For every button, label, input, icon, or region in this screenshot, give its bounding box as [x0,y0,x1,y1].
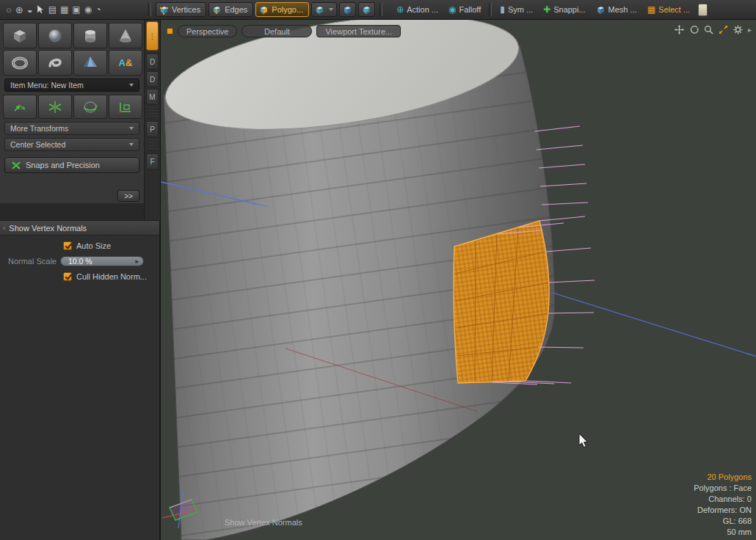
tool-properties-panel: ‹ Show Vertex Normals Auto Size Normal S… [0,220,160,540]
item-menu-dropdown[interactable]: Item Menu: New Item [4,79,139,92]
symmetry-tool[interactable]: ▮ Sym ... [495,1,538,18]
collapse-chevron-icon: ‹ [3,224,5,232]
info-row: GL: 668 [694,516,752,527]
split-panes-icon[interactable]: ▤ [48,5,57,14]
slider-arrow-icon: ▸ [135,258,139,265]
mode-vertices-button[interactable]: Vertices [156,2,206,17]
snapping-icon: ✚ [543,5,550,14]
pan-icon[interactable] [675,25,684,34]
center-selected-label: Center Selected [10,140,65,149]
shading-mode-pill[interactable]: Default [241,25,312,37]
cull-hidden-checkbox[interactable] [63,272,72,281]
torus-icon [11,55,29,71]
center-cube-icon [362,5,371,15]
vertical-tab-p[interactable]: P [146,121,159,137]
mode-dropdown-button[interactable] [311,2,337,17]
torus-primitive-button[interactable] [3,50,37,76]
rotate-view-icon[interactable] [689,25,699,34]
action-center-icon: ⊕ [396,5,404,14]
selected-polygons[interactable] [454,221,549,383]
cube-icon [11,28,29,44]
gear-icon[interactable] [733,25,743,34]
viewport-info-readout: 20 Polygons Polygons : Face Channels: 0 … [694,472,752,538]
viewport-style-icons: ○ ⊕ ◒ ▤ ▦ ▣ ◉ ◔ [3,4,144,15]
info-row: Channels: 0 [694,494,752,505]
transform-move-button[interactable] [3,95,37,119]
snaps-label: Snaps and Precision [26,161,100,169]
vertical-tab-d1[interactable]: D [146,54,159,70]
transform-tool-grid [3,95,141,119]
snaps-and-precision-button[interactable]: Snaps and Precision [4,157,139,173]
transform-rotate-button[interactable] [73,95,107,119]
normal-scale-value: 10.0 % [68,257,92,266]
mode-polygons-button[interactable]: Polygo... [255,2,309,17]
mode-edges-button[interactable]: Edges [208,2,253,17]
sphere-icon [46,28,64,44]
cylinder-primitive-button[interactable] [73,23,107,48]
normal-scale-input[interactable]: 10.0 % ▸ [60,256,144,266]
overlap-panes-icon[interactable]: ▣ [72,5,80,14]
falloff-tool[interactable]: ◉ Falloff [443,1,486,18]
text-tool-button[interactable]: A& [109,50,142,76]
cull-hidden-label: Cull Hidden Norm... [76,272,147,281]
transform-axis-button[interactable] [38,95,72,119]
select-icon: ▦ [647,5,655,14]
info-row: Polygons : Face [694,483,752,494]
active-tool-label: Show Vertex Normals [225,518,302,527]
tool-label: Sym ... [508,5,533,14]
cursor-icon[interactable] [37,4,45,15]
globe-icon[interactable]: ⊕ [15,5,23,15]
grid-panes-icon[interactable]: ▦ [60,5,68,14]
target-icon[interactable]: ◉ [84,5,92,14]
chevron-down-icon [129,84,134,87]
cube-primitive-button[interactable] [3,23,37,48]
mode-label: Polygo... [272,5,303,14]
transform-scale-button[interactable] [109,95,142,119]
3d-viewport: Perspective Default Viewport Texture... … [160,20,756,540]
more-transforms-dropdown[interactable]: More Transforms [4,122,139,135]
tool-group: ⊕ Action ... ◉ Falloff ▮ Sym ... ✚ Snapp… [391,1,708,18]
tab-divider [147,107,158,119]
viewport-texture-pill[interactable]: Viewport Texture... [316,25,401,37]
vertical-tab-d2[interactable]: D [146,71,159,87]
tool-label: Select ... [658,5,690,14]
active-vertical-tab[interactable]: ⋮ [146,21,159,51]
axis-tool-icon [46,99,65,115]
tab-divider [147,139,158,151]
cube-vertices-icon [159,5,169,15]
viewport-menu-dot-icon[interactable] [167,28,173,34]
perspective-pill[interactable]: Perspective [178,25,237,37]
mesh-ops-tool[interactable]: Mesh ... [591,1,642,18]
item-mode-button[interactable] [339,2,356,17]
tool-label: Snappi... [553,5,585,14]
sphere-primitive-button[interactable] [38,23,72,48]
snapping-tool[interactable]: ✚ Snappi... [538,1,590,18]
clipped-toolbar-icon[interactable] [698,4,708,16]
maximize-icon[interactable] [719,25,728,34]
toolbar-separator [379,3,382,16]
center-mode-button[interactable] [358,2,375,17]
move-tool-icon [10,99,29,115]
vertical-tab-m[interactable]: M [146,89,159,105]
gem-primitive-button[interactable] [73,50,107,76]
vertical-tab-f[interactable]: F [146,153,159,169]
shell-primitive-button[interactable] [38,50,72,76]
tool-properties-header[interactable]: ‹ Show Vertex Normals [0,221,159,236]
zoom-icon[interactable] [704,25,713,34]
toolbar-separator [489,3,492,16]
viewport-header: Perspective Default Viewport Texture... [167,25,401,37]
drop-icon[interactable]: ◒ [27,5,33,15]
action-center-tool[interactable]: ⊕ Action ... [391,1,443,18]
rotate-tool-icon [81,99,100,115]
chevron-down-icon [129,127,134,130]
select-tool[interactable]: ▦ Select ... [642,1,695,18]
cone-primitive-button[interactable] [109,23,142,48]
panel-arrow-icon[interactable]: ▸ [748,26,752,34]
auto-size-checkbox[interactable] [63,241,72,250]
expand-panel-button[interactable]: >> [117,190,139,202]
viewport-3d-scene[interactable] [161,20,756,540]
clock-icon[interactable]: ◔ [95,5,101,14]
chevron-down-icon [329,8,333,11]
ellipse-icon[interactable]: ○ [6,5,12,15]
center-selected-dropdown[interactable]: Center Selected [4,138,139,151]
